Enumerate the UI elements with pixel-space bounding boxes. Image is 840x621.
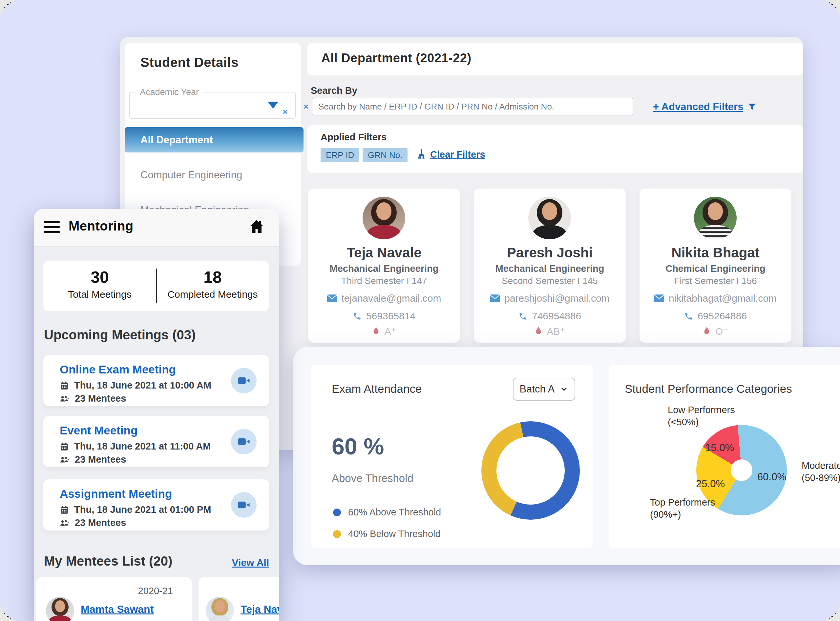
attendance-donut-chart [482, 421, 580, 520]
total-meetings-stat: 30 Total Meetings [43, 261, 156, 311]
applied-filters-card: Applied Filters ERP ID GRN No. Clear Fil… [307, 125, 803, 173]
meeting-title: Online Exam Meeting [60, 363, 176, 376]
meeting-title: Assignment Meeting [60, 487, 172, 500]
mentee-name-link[interactable]: Mamta Sawant [81, 603, 153, 615]
sidebar-item-computer-engineering[interactable]: Computer Engineering [125, 162, 301, 188]
blood-drop-icon [703, 327, 711, 336]
meeting-card-online-exam[interactable]: Online Exam Meeting Thu, 18 June 2021 at… [43, 355, 269, 406]
meeting-datetime: Thu, 18 June 2021 at 10:00 AM [74, 380, 211, 391]
legend-label: 40% Below Threshold [348, 529, 441, 539]
phone-icon [518, 312, 527, 321]
menu-icon[interactable] [44, 221, 60, 234]
batch-select[interactable]: Batch A [513, 378, 575, 401]
pie-hole [731, 459, 752, 481]
pie-datalabel-top: 25.0% [696, 478, 725, 490]
attendance-percent-label: Above Threshold [332, 472, 413, 485]
batch-select-value: Batch A [520, 383, 555, 395]
student-name: Teja Navale [308, 245, 460, 261]
corner-mark [829, 0, 840, 10]
avatar [46, 597, 74, 621]
academic-year-label: Academic Year [137, 87, 202, 97]
mentee-card-mamta[interactable]: 2020-21 Mamta Sawant Computer Engineerin… [36, 577, 192, 621]
corner-mark [0, 0, 11, 10]
student-phone: 746954886 [532, 310, 581, 322]
clear-academic-year-icon[interactable]: × [283, 108, 288, 116]
meeting-card-assignment[interactable]: Assignment Meeting Thu, 18 June 2021 at … [43, 479, 269, 530]
meeting-mentees: 23 Mentees [75, 454, 126, 465]
calendar-icon [60, 381, 69, 390]
academic-year-select[interactable]: Academic Year × [129, 92, 296, 119]
student-name: Nikita Bhagat [639, 245, 791, 261]
student-department: Mechanical Engineering [308, 263, 460, 274]
mentee-department: Computer Engineering [240, 619, 279, 621]
student-name: Paresh Joshi [474, 245, 626, 261]
calendar-icon [60, 442, 69, 451]
pie-callout-low: Low Performers(<50%) [668, 404, 735, 428]
clear-search-icon[interactable]: × [304, 102, 308, 111]
avatar [694, 197, 737, 239]
email-icon [327, 294, 337, 302]
total-meetings-value: 30 [43, 268, 156, 287]
blood-drop-icon [535, 327, 542, 336]
people-icon [60, 519, 70, 527]
clear-filters-link[interactable]: Clear Filters [416, 148, 485, 161]
email-icon [654, 294, 664, 302]
meeting-datetime: Thu, 18 June 2021 at 01:00 PM [74, 504, 211, 515]
student-phone: 695264886 [697, 310, 747, 322]
join-video-button[interactable] [231, 368, 257, 394]
meeting-mentees: 23 Mentees [75, 393, 126, 404]
mentee-card-teja[interactable]: Teja Navale Computer Engineering [199, 577, 279, 621]
performance-title: Student Performance Categories [625, 382, 792, 395]
corner-mark [0, 611, 11, 621]
home-icon[interactable] [248, 218, 265, 235]
attendance-percent: 60 % [332, 433, 384, 460]
clear-filters-label: Clear Filters [430, 149, 485, 160]
view-all-link[interactable]: View All [232, 557, 269, 568]
filter-chip-grn-no[interactable]: GRN No. [363, 148, 407, 162]
student-department: Chemical Engineering [639, 263, 791, 274]
chevron-down-icon [268, 102, 278, 109]
page-title: All Department (2021-22) [321, 51, 471, 65]
mentee-name-link[interactable]: Teja Navale [240, 603, 279, 615]
filter-funnel-icon [747, 102, 757, 112]
legend-item: 60% Above Threshold [333, 507, 441, 518]
sidebar-item-all-department[interactable]: All Department [125, 127, 304, 153]
search-input[interactable] [312, 98, 633, 115]
broom-icon [416, 148, 427, 161]
filter-chip-erp-id[interactable]: ERP ID [321, 148, 359, 162]
applied-filters-title: Applied Filters [321, 132, 387, 142]
pie-datalabel-low: 15.0% [705, 442, 734, 454]
join-video-button[interactable] [231, 492, 257, 518]
pie-callout-top: Top Performers(90%+) [650, 497, 715, 521]
student-card-paresh-joshi[interactable]: Paresh Joshi Mechanical Engineering Seco… [474, 189, 626, 342]
join-video-button[interactable] [231, 429, 257, 454]
meeting-mentees: 23 Mentees [75, 517, 126, 528]
email-icon [490, 294, 500, 302]
mentoring-panel: Mentoring 30 Total Meetings 18 Completed… [34, 209, 279, 621]
student-phone: 569365814 [366, 310, 415, 322]
people-icon [60, 395, 70, 403]
student-semester: Third Semester I 147 [308, 276, 460, 286]
student-blood-group: O⁻ [715, 326, 728, 337]
performance-card: Student Performance Categories Low Perfo… [609, 365, 840, 548]
avatar [206, 597, 234, 621]
legend-dot-below [333, 530, 341, 538]
student-blood-group: A⁺ [384, 326, 396, 337]
corner-mark [829, 611, 840, 621]
phone-icon [684, 312, 693, 321]
meeting-title: Event Meeting [60, 424, 137, 437]
total-meetings-label: Total Meetings [43, 289, 156, 300]
completed-meetings-value: 18 [156, 268, 269, 287]
student-card-nikita-bhagat[interactable]: Nikita Bhagat Chemical Engineering First… [639, 189, 791, 342]
student-department: Mechanical Engineering [474, 263, 626, 274]
student-card-teja-navale[interactable]: Teja Navale Mechanical Engineering Third… [308, 189, 460, 342]
meeting-card-event[interactable]: Event Meeting Thu, 18 June 2021 at 11:00… [43, 416, 269, 467]
student-email: pareshjoshi@gmail.com [504, 293, 610, 304]
student-email: tejanavale@gmail.com [342, 293, 441, 304]
exam-attendance-card: Exam Attendance Batch A 60 % Above Thres… [311, 365, 593, 548]
legend-label: 60% Above Threshold [348, 507, 441, 518]
pie-datalabel-moderate: 60.0% [757, 471, 786, 483]
mentee-department: Computer Engineering [81, 619, 173, 621]
student-blood-group: AB⁺ [547, 326, 565, 337]
advanced-filters-link[interactable]: + Advanced Filters [653, 101, 757, 113]
